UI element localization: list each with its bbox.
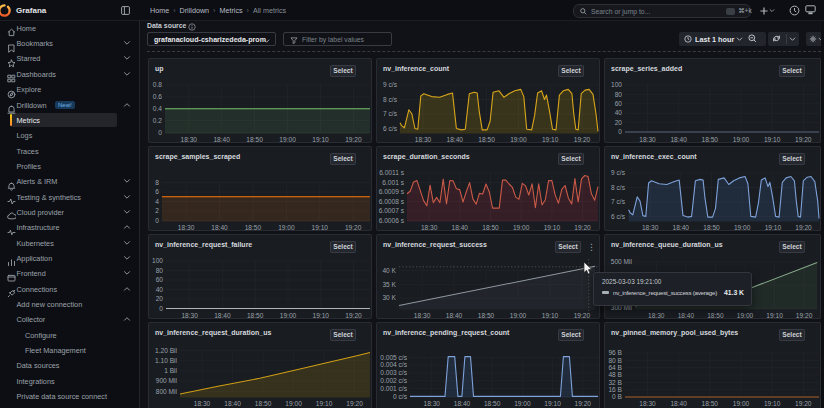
svg-text:19:20: 19:20: [795, 224, 812, 231]
svg-text:6: 6: [155, 188, 159, 195]
svg-text:18:30: 18:30: [181, 312, 198, 319]
svg-text:6.001 s: 6.001 s: [382, 179, 404, 186]
svg-text:9 c/s: 9 c/s: [611, 169, 626, 176]
svg-text:60: 60: [156, 276, 164, 283]
svg-text:18:30: 18:30: [414, 312, 431, 319]
svg-text:19:00: 19:00: [280, 312, 297, 319]
svg-text:19:10: 19:10: [542, 312, 559, 319]
svg-text:60: 60: [615, 100, 623, 107]
svg-text:19:10: 19:10: [313, 312, 330, 319]
svg-text:19:10: 19:10: [765, 224, 782, 231]
svg-text:19:20: 19:20: [796, 312, 813, 319]
svg-text:0.005 c/s: 0.005 c/s: [380, 354, 407, 361]
svg-text:18:50: 18:50: [703, 224, 720, 231]
svg-text:8 c/s: 8 c/s: [383, 96, 398, 103]
svg-text:19:10: 19:10: [764, 136, 781, 143]
svg-text:19:10: 19:10: [316, 400, 333, 407]
svg-text:19:10: 19:10: [312, 136, 329, 143]
svg-text:19:20: 19:20: [574, 136, 591, 143]
svg-text:500 Mil: 500 Mil: [611, 258, 633, 265]
svg-text:18:40: 18:40: [670, 400, 687, 407]
svg-text:16 B: 16 B: [608, 386, 622, 393]
svg-text:18:50: 18:50: [482, 224, 499, 231]
svg-text:6.0011 s: 6.0011 s: [379, 169, 405, 176]
svg-text:18:30: 18:30: [639, 136, 656, 143]
svg-text:19:10: 19:10: [312, 224, 329, 231]
svg-text:20: 20: [615, 119, 623, 126]
svg-text:32 B: 32 B: [608, 379, 622, 386]
svg-text:19:00: 19:00: [510, 312, 527, 319]
svg-text:18:50: 18:50: [247, 312, 264, 319]
svg-text:0: 0: [158, 129, 162, 136]
svg-text:6.0009 s: 6.0009 s: [379, 188, 405, 195]
svg-text:19:20: 19:20: [574, 224, 591, 231]
svg-text:18:40: 18:40: [678, 312, 695, 319]
svg-text:18:40: 18:40: [213, 136, 230, 143]
svg-text:18:40: 18:40: [673, 224, 690, 231]
svg-text:19:00: 19:00: [513, 224, 530, 231]
svg-text:18:50: 18:50: [702, 400, 719, 407]
svg-text:6.0007 s: 6.0007 s: [379, 207, 405, 214]
svg-text:0: 0: [618, 128, 622, 135]
svg-text:18:40: 18:40: [447, 136, 464, 143]
svg-text:18:30: 18:30: [181, 136, 198, 143]
svg-text:0.003 c/s: 0.003 c/s: [380, 369, 407, 376]
svg-text:0.004 c/s: 0.004 c/s: [380, 361, 407, 368]
svg-text:18:30: 18:30: [194, 400, 211, 407]
svg-text:0 c/s: 0 c/s: [393, 393, 408, 400]
svg-text:0 B: 0 B: [612, 393, 622, 400]
svg-text:900 Mil: 900 Mil: [156, 377, 178, 384]
svg-text:2: 2: [155, 207, 159, 214]
svg-text:19:10: 19:10: [542, 136, 559, 143]
svg-text:0.002 c/s: 0.002 c/s: [380, 377, 407, 384]
svg-text:19:20: 19:20: [795, 400, 812, 407]
svg-text:8 c/s: 8 c/s: [611, 184, 626, 191]
svg-text:18:40: 18:40: [670, 136, 687, 143]
svg-text:19:10: 19:10: [766, 312, 783, 319]
svg-text:1.20 Bil: 1.20 Bil: [155, 347, 178, 354]
svg-text:7 c/s: 7 c/s: [611, 198, 626, 205]
svg-text:18:50: 18:50: [707, 312, 724, 319]
svg-text:40: 40: [615, 109, 623, 116]
svg-text:100: 100: [611, 81, 622, 88]
svg-text:18:50: 18:50: [255, 400, 272, 407]
svg-text:9 c/s: 9 c/s: [383, 81, 398, 88]
svg-text:18:50: 18:50: [478, 136, 495, 143]
svg-text:48 B: 48 B: [608, 371, 622, 378]
svg-text:1 Bil: 1 Bil: [164, 367, 177, 374]
svg-text:80: 80: [156, 267, 164, 274]
svg-text:19:00: 19:00: [285, 400, 302, 407]
svg-text:19:00: 19:00: [733, 400, 750, 407]
svg-text:19:20: 19:20: [345, 312, 362, 319]
svg-text:0.2: 0.2: [153, 117, 162, 124]
svg-text:6.0008 s: 6.0008 s: [379, 198, 405, 205]
svg-text:18:30: 18:30: [648, 312, 665, 319]
svg-text:6.0006 s: 6.0006 s: [379, 217, 405, 224]
svg-text:18:30: 18:30: [424, 400, 441, 407]
svg-text:19:20: 19:20: [345, 136, 362, 143]
svg-text:19:00: 19:00: [737, 312, 754, 319]
svg-text:19:20: 19:20: [345, 224, 362, 231]
svg-text:18:30: 18:30: [642, 224, 659, 231]
svg-text:18:50: 18:50: [484, 400, 501, 407]
svg-text:19:10: 19:10: [544, 224, 561, 231]
svg-text:19:10: 19:10: [544, 400, 561, 407]
svg-text:0.8: 0.8: [153, 81, 162, 88]
svg-text:18:50: 18:50: [702, 136, 719, 143]
svg-text:19:00: 19:00: [514, 400, 531, 407]
svg-text:19:20: 19:20: [575, 400, 592, 407]
svg-text:0.6: 0.6: [153, 93, 162, 100]
svg-text:19:20: 19:20: [346, 400, 363, 407]
svg-text:18:40: 18:40: [214, 312, 231, 319]
svg-text:19:00: 19:00: [734, 224, 751, 231]
svg-text:19:00: 19:00: [733, 136, 750, 143]
svg-text:64 B: 64 B: [608, 364, 622, 371]
svg-text:6 c/s: 6 c/s: [383, 125, 398, 132]
svg-text:19:00: 19:00: [278, 224, 295, 231]
svg-text:18:40: 18:40: [454, 400, 471, 407]
svg-text:30 K: 30 K: [382, 294, 396, 301]
svg-text:35 K: 35 K: [382, 281, 396, 288]
svg-text:20: 20: [156, 295, 164, 302]
svg-text:6 c/s: 6 c/s: [611, 213, 626, 220]
svg-text:0.001 c/s: 0.001 c/s: [380, 385, 407, 392]
